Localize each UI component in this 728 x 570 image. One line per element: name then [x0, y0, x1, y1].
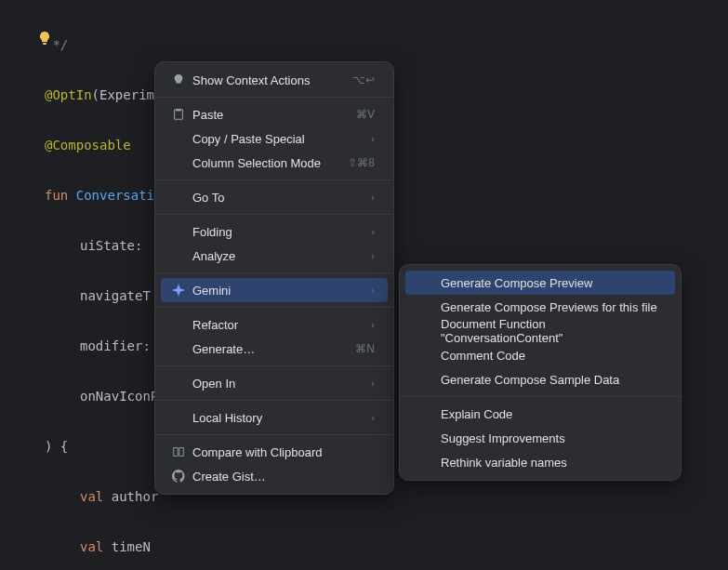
context-menu-item-paste[interactable]: Paste⌘V — [161, 102, 388, 126]
context-menu-item-folding[interactable]: Folding› — [161, 219, 388, 244]
menu-item-label: Generate… — [192, 342, 355, 356]
gemini-submenu-item-document-function-conversationcontent[interactable]: Document Function "ConversationContent" — [405, 319, 675, 343]
context-menu-separator — [155, 97, 393, 98]
menu-item-label: Local History — [192, 411, 365, 425]
context-menu-item-analyze[interactable]: Analyze› — [161, 244, 388, 268]
chevron-right-icon: › — [371, 319, 375, 330]
gemini-submenu-item-generate-compose-previews-for-this-file[interactable]: Generate Compose Previews for this file — [405, 295, 675, 319]
context-menu-item-create-gist[interactable]: Create Gist… — [161, 464, 388, 488]
github-icon — [170, 470, 187, 483]
gemini-icon — [170, 284, 187, 297]
menu-item-label: Gemini — [192, 284, 365, 298]
menu-item-label: Compare with Clipboard — [192, 445, 375, 459]
menu-item-label: Folding — [192, 225, 365, 239]
chevron-right-icon: › — [371, 378, 375, 389]
menu-item-label: Generate Compose Sample Data — [441, 373, 662, 387]
context-menu: Show Context Actions⌥↩Paste⌘VCopy / Past… — [154, 61, 394, 495]
chevron-right-icon: › — [371, 133, 375, 144]
svg-rect-1 — [176, 109, 180, 112]
context-menu-separator — [155, 307, 393, 308]
svg-rect-3 — [179, 448, 183, 457]
paste-icon — [170, 108, 187, 121]
context-menu-item-open-in[interactable]: Open In› — [161, 371, 388, 395]
context-menu-separator — [155, 179, 393, 180]
gemini-submenu-separator — [400, 396, 681, 397]
menu-item-label: Rethink variable names — [441, 456, 662, 470]
menu-item-label: Paste — [192, 108, 356, 122]
menu-item-label: Analyze — [192, 249, 365, 263]
chevron-right-icon: › — [371, 192, 375, 203]
context-menu-separator — [155, 272, 393, 273]
menu-shortcut: ⌥↩ — [352, 73, 375, 86]
menu-item-label: Open In — [192, 377, 365, 391]
context-menu-item-go-to[interactable]: Go To› — [161, 185, 388, 209]
composable-annotation: @Composable — [45, 138, 131, 152]
bulb-icon — [170, 73, 187, 86]
gemini-submenu-item-comment-code[interactable]: Comment Code — [405, 343, 675, 367]
menu-item-label: Generate Compose Previews for this file — [441, 300, 662, 314]
gemini-submenu-item-generate-compose-sample-data[interactable]: Generate Compose Sample Data — [405, 367, 675, 391]
gemini-submenu: Generate Compose PreviewGenerate Compose… — [399, 264, 682, 481]
menu-item-label: Column Selection Mode — [192, 156, 348, 170]
context-menu-item-local-history[interactable]: Local History› — [161, 405, 388, 430]
menu-item-label: Copy / Paste Special — [192, 132, 365, 146]
chevron-right-icon: › — [371, 250, 375, 261]
context-menu-item-gemini[interactable]: Gemini› — [161, 278, 388, 302]
menu-shortcut: ⌘N — [355, 342, 375, 355]
compare-icon — [170, 445, 187, 458]
menu-item-label: Go To — [192, 191, 365, 205]
menu-item-label: Refactor — [192, 318, 365, 332]
context-menu-separator — [155, 434, 393, 435]
context-menu-item-show-context-actions[interactable]: Show Context Actions⌥↩ — [161, 68, 388, 92]
context-menu-item-compare-with-clipboard[interactable]: Compare with Clipboard — [161, 440, 388, 464]
gemini-submenu-item-generate-compose-preview[interactable]: Generate Compose Preview — [405, 271, 675, 295]
chevron-right-icon: › — [371, 412, 375, 423]
context-menu-separator — [155, 365, 393, 366]
menu-item-label: Explain Code — [441, 407, 662, 421]
gemini-submenu-item-rethink-variable-names[interactable]: Rethink variable names — [405, 450, 675, 474]
context-menu-item-refactor[interactable]: Refactor› — [161, 312, 388, 337]
context-menu-item-copy-paste-special[interactable]: Copy / Paste Special› — [161, 126, 388, 151]
chevron-right-icon: › — [371, 285, 375, 296]
optin-annotation: @OptIn — [45, 87, 92, 102]
context-menu-item-column-selection-mode[interactable]: Column Selection Mode⇧⌘8 — [161, 151, 388, 175]
menu-item-label: Comment Code — [441, 349, 662, 363]
menu-item-label: Show Context Actions — [192, 73, 352, 87]
menu-item-label: Generate Compose Preview — [441, 276, 662, 290]
menu-shortcut: ⇧⌘8 — [348, 156, 375, 169]
context-menu-item-generate[interactable]: Generate…⌘N — [161, 337, 388, 361]
menu-item-label: Create Gist… — [192, 470, 375, 484]
gemini-submenu-item-suggest-improvements[interactable]: Suggest Improvements — [405, 426, 675, 450]
svg-rect-2 — [174, 448, 178, 457]
menu-item-label: Document Function "ConversationContent" — [441, 317, 662, 345]
menu-item-label: Suggest Improvements — [441, 431, 662, 445]
menu-shortcut: ⌘V — [356, 108, 375, 121]
gemini-submenu-item-explain-code[interactable]: Explain Code — [405, 402, 675, 426]
context-menu-separator — [155, 214, 393, 215]
context-menu-separator — [155, 400, 393, 401]
intention-bulb-icon[interactable] — [37, 31, 52, 46]
chevron-right-icon: › — [371, 226, 375, 237]
